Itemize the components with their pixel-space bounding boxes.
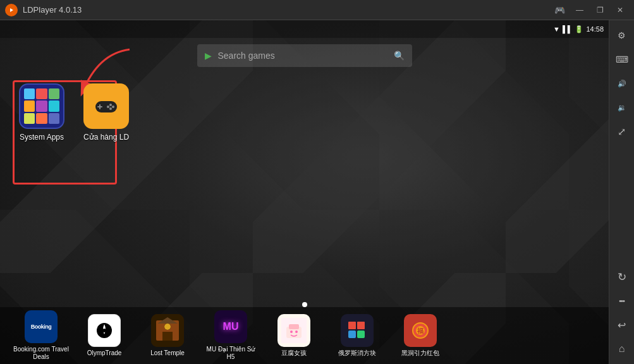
more-button[interactable]: ••• — [611, 289, 633, 312]
tetris-label: 俄罗斯消方块 — [338, 349, 376, 357]
cua-hang-image — [83, 83, 129, 129]
cua-hang-app-icon[interactable]: Cửa hàng LD — [83, 83, 129, 142]
settings-button[interactable]: ⚙ — [611, 24, 633, 47]
wifi-icon: ▼ — [553, 25, 560, 33]
svg-rect-23 — [344, 318, 370, 343]
pagination-dots — [302, 302, 307, 307]
search-bar-container: ▶ Search games 🔍 — [197, 44, 412, 67]
title-bar: LDPlayer 4.0.13 🎮 — ❐ ✕ — [0, 0, 634, 20]
mu-label: MU Đại Thiên Sứ H5 — [202, 346, 259, 361]
system-apps-image — [19, 83, 64, 129]
search-bar[interactable]: ▶ Search games 🔍 — [197, 44, 412, 67]
back-button[interactable]: ↩ — [611, 313, 633, 336]
booking-dock-item[interactable]: Booking Booking.com Travel Deals — [13, 310, 70, 361]
lost-temple-label: Lost Temple — [150, 349, 185, 357]
home-button[interactable]: ⌂ — [611, 337, 633, 360]
emulator-screen: ▼ ▌▌ 🔋 14:58 ▶ Search games 🔍 — [0, 20, 609, 364]
gamepad-icon[interactable]: 🎮 — [551, 3, 568, 17]
svg-rect-20 — [289, 324, 299, 329]
olymp-label: OlympTrade — [87, 349, 122, 357]
search-magnifier-icon: 🔍 — [394, 51, 405, 61]
booking-icon: Booking — [25, 310, 58, 343]
lost-temple-icon — [151, 314, 184, 347]
cua-hang-label: Cửa hàng LD — [83, 133, 129, 142]
maximize-button[interactable]: ❐ — [591, 3, 609, 17]
svg-point-22 — [295, 331, 298, 333]
signal-icon: ▌▌ — [563, 25, 573, 33]
title-bar-left: LDPlayer 4.0.13 — [5, 4, 82, 16]
hongbao-label: 黑洞引力红包 — [401, 349, 439, 357]
svg-point-9 — [107, 106, 109, 108]
page-dot-1 — [302, 302, 307, 307]
system-apps-label: System Apps — [20, 133, 64, 142]
svg-point-7 — [112, 106, 114, 108]
svg-point-21 — [290, 331, 293, 333]
volume-up-button[interactable]: 🔊 — [611, 72, 633, 95]
olymp-trade-dock-item[interactable]: OlympTrade — [76, 314, 133, 357]
ldplayer-logo — [5, 4, 18, 16]
keyboard-button[interactable]: ⌨ — [611, 48, 633, 71]
mu-icon: MU — [214, 310, 247, 343]
lost-temple-dock-item[interactable]: Lost Temple — [139, 314, 196, 357]
svg-point-17 — [164, 324, 171, 330]
android-status-bar: ▼ ▌▌ 🔋 14:58 — [0, 20, 609, 38]
right-sidebar: ⚙ ⌨ 🔊 🔉 ⤢ ↻ ••• ↩ ⌂ — [609, 20, 634, 364]
apps-area: System Apps Cửa hàng LD — [19, 83, 129, 142]
svg-text:福: 福 — [417, 327, 424, 334]
svg-point-6 — [109, 104, 112, 106]
play-store-icon: ▶ — [205, 51, 212, 61]
svg-rect-15 — [162, 332, 173, 341]
bottom-dock: Booking Booking.com Travel Deals OlympTr… — [0, 307, 609, 364]
clock: 14:58 — [586, 25, 604, 33]
hongbao-icon: 福 — [404, 314, 437, 347]
mu-dock-item[interactable]: MU MU Đại Thiên Sứ H5 — [202, 310, 259, 361]
tetris-dock-item[interactable]: 俄罗斯消方块 — [329, 314, 386, 357]
hongbao-dock-item[interactable]: 福 黑洞引力红包 — [392, 314, 449, 357]
game-controller-icon — [92, 92, 120, 120]
doufu-dock-item[interactable]: 豆腐女孩 — [265, 314, 322, 357]
app-title: LDPlayer 4.0.13 — [23, 5, 82, 15]
svg-rect-24 — [348, 322, 356, 329]
volume-down-button[interactable]: 🔉 — [611, 96, 633, 119]
status-icons: ▼ ▌▌ 🔋 14:58 — [553, 25, 604, 33]
system-apps-grid — [20, 85, 63, 128]
svg-rect-5 — [97, 106, 102, 107]
close-button[interactable]: ✕ — [611, 3, 629, 17]
svg-rect-25 — [357, 322, 365, 329]
svg-rect-26 — [348, 331, 356, 338]
doufu-icon — [277, 314, 310, 347]
booking-label: Booking.com Travel Deals — [13, 346, 70, 361]
olymp-icon — [88, 314, 121, 347]
tetris-icon — [341, 314, 374, 347]
minimize-button[interactable]: — — [571, 3, 588, 17]
search-placeholder: Search games — [218, 51, 387, 61]
fullscreen-button[interactable]: ⤢ — [611, 120, 633, 143]
main-layout: ▼ ▌▌ 🔋 14:58 ▶ Search games 🔍 — [0, 20, 634, 364]
system-apps-icon[interactable]: System Apps — [19, 83, 64, 142]
svg-rect-27 — [357, 331, 365, 338]
battery-icon: 🔋 — [575, 25, 583, 33]
doufu-label: 豆腐女孩 — [281, 349, 307, 357]
refresh-button[interactable]: ↻ — [611, 265, 633, 288]
svg-point-11 — [102, 329, 106, 332]
svg-point-8 — [109, 107, 112, 110]
window-controls: 🎮 — ❐ ✕ — [551, 3, 629, 17]
